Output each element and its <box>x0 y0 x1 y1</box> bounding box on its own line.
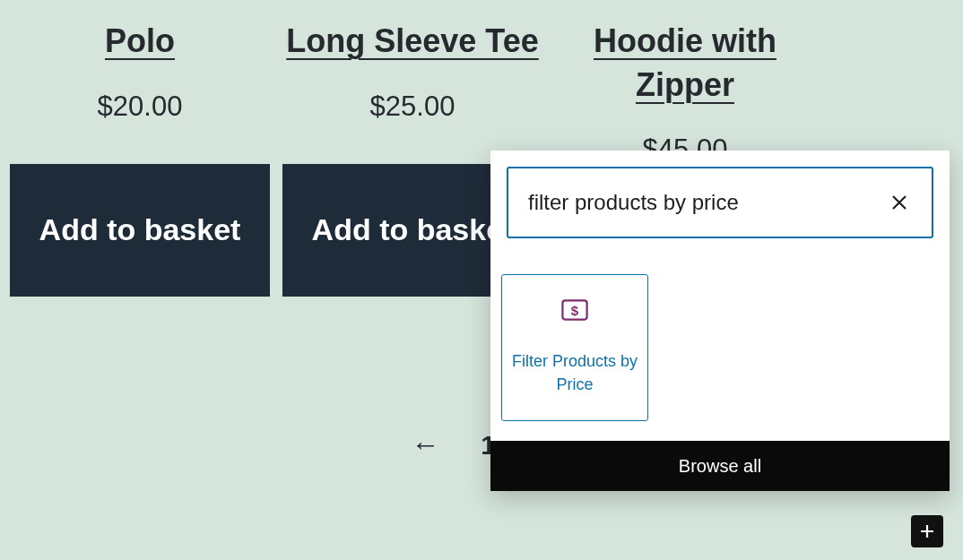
prev-page-arrow[interactable]: ← <box>411 428 439 461</box>
product-title-link[interactable]: Long Sleeve Tee <box>282 20 542 64</box>
add-to-basket-button[interactable]: Add to basket <box>10 164 270 297</box>
close-icon <box>891 194 907 211</box>
product-title-link[interactable]: Hoodie with Zipper <box>555 20 815 107</box>
product-price: $20.00 <box>10 90 270 123</box>
product-card: Polo $20.00 Add to basket <box>10 0 270 297</box>
browse-all-button[interactable]: Browse all <box>490 441 950 491</box>
block-inserter-popover: $ Filter Products by Price Browse all <box>490 151 950 491</box>
block-search-input[interactable] <box>528 190 885 215</box>
block-result-label: Filter Products by Price <box>509 349 640 396</box>
block-result-filter-products-by-price[interactable]: $ Filter Products by Price <box>501 274 648 421</box>
dollar-box-icon: $ <box>561 299 588 324</box>
svg-text:$: $ <box>571 302 579 317</box>
block-search-field[interactable] <box>507 167 933 238</box>
clear-search-button[interactable] <box>885 188 914 217</box>
plus-icon <box>918 522 936 540</box>
add-block-button[interactable] <box>911 515 943 547</box>
inserter-results: $ Filter Products by Price <box>490 262 950 441</box>
product-title-link[interactable]: Polo <box>10 20 270 64</box>
inserter-search-wrap <box>490 151 950 262</box>
product-price: $25.00 <box>282 90 542 123</box>
